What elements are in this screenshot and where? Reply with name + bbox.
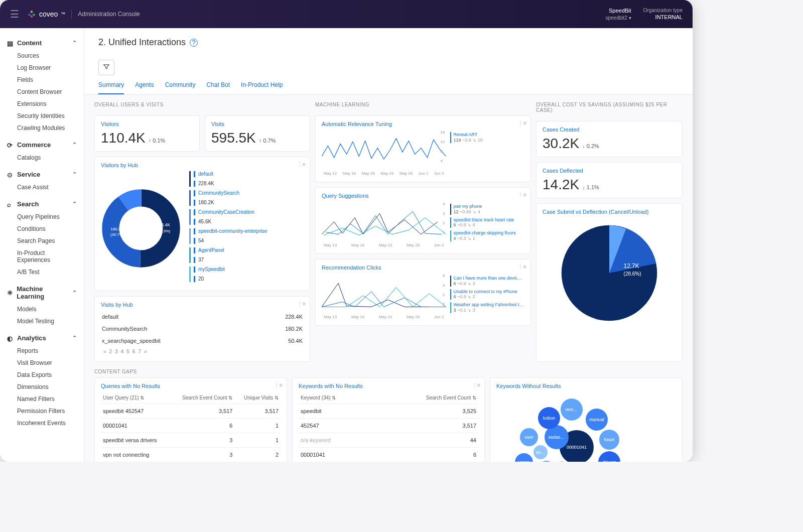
nav-item-sources[interactable]: Sources — [6, 50, 78, 62]
bubble[interactable] — [556, 461, 568, 462]
nav-item-security-identities[interactable]: Security Identities — [6, 110, 78, 122]
bubble[interactable]: tuition — [538, 407, 560, 429]
card-menu-icon[interactable]: ⋮≡ — [274, 382, 283, 388]
svg-point-0 — [31, 11, 33, 13]
table-row[interactable]: 4525473,517 — [299, 419, 478, 433]
nav-item-reports[interactable]: Reports — [6, 345, 78, 357]
nav-item-conditions[interactable]: Conditions — [6, 223, 78, 235]
org-name: SpeedBit — [605, 7, 631, 14]
sidebar: ▤Content⌃SourcesLog BrowserFieldsContent… — [0, 28, 84, 462]
service-icon: ⊙ — [7, 171, 14, 178]
filter-button[interactable] — [98, 60, 114, 75]
svg-text:(50.3%): (50.3%) — [156, 229, 170, 233]
legend-item: mySpeedbit20 — [189, 267, 304, 282]
qs-chart: 4321 — [322, 202, 446, 242]
page-link[interactable]: 7 — [138, 349, 141, 354]
nav-section-machine-learning[interactable]: ⚛Machine Learning⌃ — [6, 282, 78, 303]
brand-text: coveo — [39, 10, 58, 18]
nav-item-dimensions[interactable]: Dimensions — [6, 381, 78, 393]
nav-item-permission-filters[interactable]: Permission Filters — [6, 405, 78, 417]
section-ml: MACHINE LEARNING — [315, 102, 531, 107]
chevron-up-icon: ⌃ — [72, 201, 77, 207]
nav-section-commerce[interactable]: ⟳Commerce⌃ — [6, 138, 78, 152]
help-icon[interactable]: ? — [190, 39, 198, 47]
nav-item-search-pages[interactable]: Search Pages — [6, 235, 78, 247]
card-menu-icon[interactable]: ⋮≡ — [518, 120, 526, 126]
nav-item-incoherent-events[interactable]: Incoherent Events — [6, 417, 78, 429]
table-row[interactable]: n/a keyword44 — [299, 433, 478, 448]
queries-no-results-card: ⋮≡ Queries with No Results User Query (2… — [94, 377, 287, 462]
nav-item-crawling-modules[interactable]: Crawling Modules — [6, 122, 78, 134]
bubble[interactable]: manual — [586, 409, 608, 431]
org-selector[interactable]: SpeedBit speedbit2 ▾ — [605, 7, 631, 21]
nav-section-service[interactable]: ⊙Service⌃ — [6, 168, 78, 181]
table-row[interactable]: vpn not connecting32 — [101, 448, 281, 462]
table-row[interactable]: speedbit3,525 — [299, 404, 478, 419]
card-menu-icon[interactable]: ⋮≡ — [518, 192, 526, 198]
page-link[interactable]: 4 — [121, 349, 124, 354]
bubble[interactable]: drivers — [598, 451, 620, 462]
nav-section-analytics[interactable]: ◐Analytics⌃ — [6, 331, 78, 345]
table-row[interactable]: speedbit versa drivers31 — [101, 433, 281, 448]
card-menu-icon[interactable]: ⋮≡ — [297, 161, 306, 168]
table-row[interactable]: speedbit 4525473,5173,517 — [101, 404, 281, 419]
bubble[interactable]: versa — [515, 453, 533, 462]
page-link[interactable]: » — [144, 349, 147, 354]
ml-icon: ⚛ — [7, 289, 14, 296]
tab-in-product-help[interactable]: In-Product Help — [241, 81, 283, 94]
page-link[interactable]: 6 — [132, 349, 136, 354]
kpi-visits: Visits 595.5K0.7% — [205, 115, 310, 152]
nav-item-named-filters[interactable]: Named Filters — [6, 393, 78, 405]
nav-item-case-assist[interactable]: Case Assist — [6, 181, 78, 193]
page-link[interactable]: « — [103, 349, 106, 354]
nav-item-data-exports[interactable]: Data Exports — [6, 369, 78, 381]
tabs: SummaryAgentsCommunityChat BotIn-Product… — [84, 75, 693, 95]
tab-community[interactable]: Community — [165, 81, 196, 94]
legend-item: pair my phone12 ~0.99 ↘ 4 — [450, 204, 525, 215]
tab-chat-bot[interactable]: Chat Bot — [206, 81, 230, 94]
table-row[interactable]: 000010416 — [299, 448, 478, 462]
card-menu-icon[interactable]: ⋮≡ — [472, 382, 480, 388]
nav-item-catalogs[interactable]: Catalogs — [6, 152, 78, 164]
nav-section-content[interactable]: ▤Content⌃ — [6, 36, 78, 50]
kpi-visitors: Visitors 110.4K0.1% — [94, 115, 200, 152]
nav-section-search[interactable]: ⌕Search⌃ — [6, 197, 78, 211]
nav-item-models[interactable]: Models — [6, 303, 78, 315]
nav-item-a-b-test[interactable]: A/B Test — [6, 266, 78, 278]
table-row[interactable]: 0000104161 — [101, 419, 281, 433]
page-link[interactable]: 5 — [126, 349, 129, 354]
nav-item-content-browser[interactable]: Content Browser — [6, 86, 78, 98]
bubble[interactable]: blaze — [538, 461, 556, 462]
content-area: 2. Unified Interactions ? SummaryAgentsC… — [84, 28, 693, 462]
page-link[interactable]: 2 — [109, 349, 112, 354]
card-menu-icon[interactable]: ⋮≡ — [518, 263, 526, 270]
rec-chart: 6420 — [322, 274, 446, 314]
nav-item-in-product-experiences[interactable]: In-Product Experiences — [6, 247, 78, 266]
nav-item-model-testing[interactable]: Model Testing — [6, 315, 78, 327]
visits-by-hub-card: ⋮≡ Visits by Hub default228.4KCommunityS… — [94, 296, 310, 362]
legend-item: speedbit-community-enterprise54 — [189, 228, 304, 244]
visitors-by-hub-card: ⋮≡ Visitors by Hub 228.4K (50.3%) 180.2K — [94, 157, 310, 291]
pagination[interactable]: «234567» — [101, 347, 304, 356]
nav-item-fields[interactable]: Fields — [6, 74, 78, 86]
nav-item-visit-browser[interactable]: Visit Browser — [6, 357, 78, 369]
bubble[interactable]: heart — [599, 430, 619, 450]
bubble[interactable]: user — [520, 428, 538, 446]
art-card: ⋮≡ Automatic Relevance Tuning 161284 May… — [315, 115, 531, 182]
legend-item: AgentPanel37 — [189, 247, 304, 263]
brand-logo[interactable]: coveo™ — [27, 10, 65, 19]
tab-summary[interactable]: Summary — [98, 81, 124, 94]
menu-icon[interactable]: ☰ — [10, 8, 19, 20]
nav-item-extensions[interactable]: Extensions — [6, 98, 78, 110]
donut-chart: 228.4K (50.3%) 180.2K (39.7%) — [101, 188, 181, 269]
bubble[interactable]: rem… — [561, 398, 583, 421]
nav-item-query-pipelines[interactable]: Query Pipelines — [6, 211, 78, 223]
console-label: Administration Console — [78, 11, 140, 18]
card-menu-icon[interactable]: ⋮≡ — [297, 301, 306, 307]
legend-item: default228.4K — [189, 171, 304, 187]
bubble[interactable]: as… — [533, 445, 548, 459]
page-link[interactable]: 3 — [115, 349, 118, 354]
rec-card: ⋮≡ Recommendation Clicks — [315, 259, 531, 326]
nav-item-log-browser[interactable]: Log Browser — [6, 62, 78, 74]
tab-agents[interactable]: Agents — [135, 81, 154, 94]
